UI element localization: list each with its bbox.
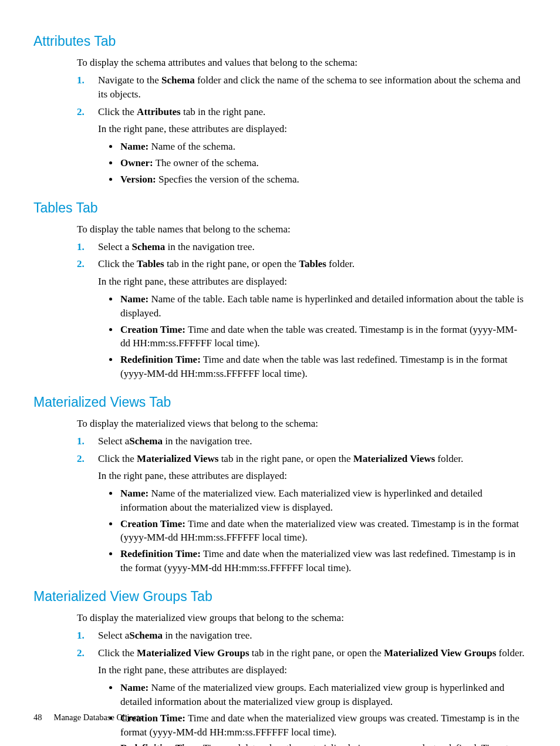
bold-term: Redefinition Time: [120, 354, 201, 365]
step-text: Click the Materialized Views tab in the … [98, 452, 527, 466]
step-body: Click the Materialized Views tab in the … [98, 452, 527, 578]
bullet-item: Redefinition Time: Time and date when th… [119, 547, 527, 575]
step-body: Click the Materialized View Groups tab i… [98, 646, 527, 746]
list-item: 1.Navigate to the Schema folder and clic… [77, 73, 527, 102]
bold-term: Name: [120, 293, 149, 305]
list-item: 2.Click the Materialized Views tab in th… [77, 452, 527, 578]
step-number: 1. [77, 629, 98, 643]
step-body: Select a Schema in the navigation tree. [98, 240, 527, 254]
step-text: Navigate to the Schema folder and click … [98, 73, 527, 102]
ordered-list: 1.Select aSchema in the navigation tree.… [77, 434, 527, 578]
bold-term: Redefinition Time: [120, 742, 201, 746]
bold-term: Owner: [120, 157, 153, 168]
step-sub-intro: In the right pane, these attributes are … [98, 469, 527, 483]
bullet-item: Creation Time: Time and date when the ma… [119, 517, 527, 545]
bold-term: Schema [161, 75, 195, 86]
step-sub-intro: In the right pane, these attributes are … [98, 663, 527, 677]
list-item: 1.Select aSchema in the navigation tree. [77, 434, 527, 448]
bullet-item: Name: Name of the materialized view. Eac… [119, 487, 527, 515]
bullet-item: Redefinition Time: Time and date when th… [119, 353, 527, 381]
section-intro: To display the materialized view groups … [77, 611, 527, 625]
bold-term: Tables [299, 258, 326, 269]
bullet-item: Creation Time: Time and date when the ta… [119, 323, 527, 351]
bold-term: Materialized View Groups [137, 647, 249, 659]
ordered-list: 1.Select aSchema in the navigation tree.… [77, 629, 527, 746]
step-number: 2. [77, 257, 98, 383]
bullet-item: Redefinition Time: Time and date when th… [119, 741, 527, 746]
step-body: Navigate to the Schema folder and click … [98, 73, 527, 102]
bold-term: Creation Time: [120, 518, 185, 529]
step-text: Select a Schema in the navigation tree. [98, 240, 527, 254]
bold-term: Name: [120, 141, 149, 152]
bold-term: Schema [129, 436, 163, 447]
step-number: 1. [77, 73, 98, 102]
section-intro: To display the schema attributes and val… [77, 56, 527, 70]
step-number: 1. [77, 434, 98, 448]
ordered-list: 1.Select a Schema in the navigation tree… [77, 240, 527, 383]
bullet-item: Creation Time: Time and date when the ma… [119, 711, 527, 740]
step-text: Select aSchema in the navigation tree. [98, 629, 527, 643]
list-item: 1.Select aSchema in the navigation tree. [77, 629, 527, 643]
bullet-list: Name: Name of the materialized view grou… [119, 681, 527, 746]
step-text: Click the Attributes tab in the right pa… [98, 105, 527, 119]
step-text: Click the Tables tab in the right pane, … [98, 257, 527, 271]
step-body: Click the Attributes tab in the right pa… [98, 105, 527, 189]
bullet-list: Name: Name of the materialized view. Eac… [119, 487, 527, 575]
section-heading: Materialized View Groups Tab [33, 587, 527, 606]
page-footer: 48 Manage Database Objects [33, 711, 143, 723]
page-number: 48 [33, 711, 42, 723]
bold-term: Name: [120, 682, 149, 693]
bullet-item: Name: Name of the table. Each table name… [119, 292, 527, 320]
bullet-item: Version: Specfies the version of the sch… [119, 173, 527, 187]
bullet-item: Owner: The owner of the schema. [119, 156, 527, 170]
step-sub-intro: In the right pane, these attributes are … [98, 122, 527, 136]
section-intro: To display the materialized views that b… [77, 417, 527, 431]
step-number: 2. [77, 105, 98, 189]
step-number: 2. [77, 452, 98, 578]
list-item: 2.Click the Tables tab in the right pane… [77, 257, 527, 383]
step-body: Select aSchema in the navigation tree. [98, 629, 527, 643]
bold-term: Schema [129, 630, 163, 641]
section-heading: Materialized Views Tab [33, 393, 527, 411]
section-heading: Tables Tab [33, 198, 527, 217]
step-body: Select aSchema in the navigation tree. [98, 434, 527, 448]
step-text: Select aSchema in the navigation tree. [98, 434, 527, 448]
bold-term: Redefinition Time: [120, 548, 201, 559]
section-intro: To display the table names that belong t… [77, 222, 527, 237]
ordered-list: 1.Navigate to the Schema folder and clic… [77, 73, 527, 189]
section-heading: Attributes Tab [33, 32, 527, 50]
page-content: Attributes TabTo display the schema attr… [33, 32, 527, 746]
step-text: Click the Materialized View Groups tab i… [98, 646, 527, 660]
bold-term: Materialized Views [137, 453, 218, 464]
bold-term: Tables [137, 258, 164, 269]
bold-term: Version: [120, 174, 156, 185]
bullet-list: Name: Name of the table. Each table name… [119, 292, 527, 381]
bold-term: Attributes [137, 106, 181, 117]
list-item: 2.Click the Materialized View Groups tab… [77, 646, 527, 746]
step-number: 1. [77, 240, 98, 254]
bullet-item: Name: Name of the materialized view grou… [119, 681, 527, 709]
chapter-title: Manage Database Objects [54, 711, 143, 723]
bold-term: Name: [120, 488, 149, 499]
bold-term: Schema [132, 241, 166, 252]
step-body: Click the Tables tab in the right pane, … [98, 257, 527, 383]
bullet-item: Name: Name of the schema. [119, 140, 527, 154]
list-item: 2.Click the Attributes tab in the right … [77, 105, 527, 189]
bold-term: Materialized View Groups [384, 647, 496, 659]
bullet-list: Name: Name of the schema.Owner: The owne… [119, 140, 527, 186]
bold-term: Materialized Views [353, 453, 435, 464]
step-sub-intro: In the right pane, these attributes are … [98, 275, 527, 289]
list-item: 1.Select a Schema in the navigation tree… [77, 240, 527, 254]
bold-term: Creation Time: [120, 324, 185, 335]
step-number: 2. [77, 646, 98, 746]
